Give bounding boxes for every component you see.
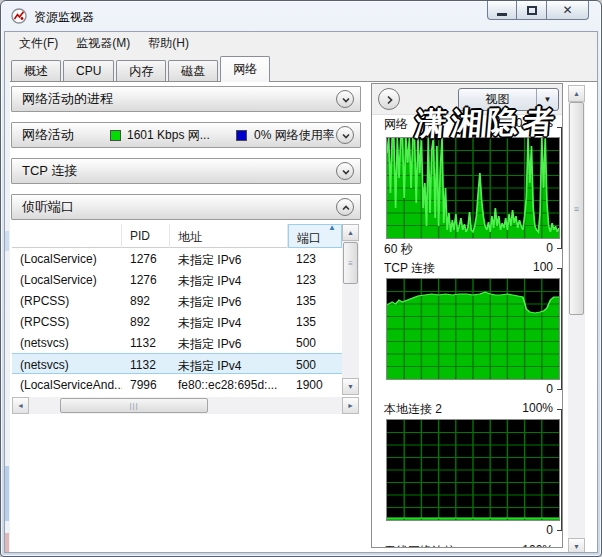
scroll-up-arrow-icon[interactable]: ▲ [342,224,359,241]
menu-bar: 文件(F)监视器(M)帮助(H) [5,32,597,55]
table-cell: 1276 [122,248,170,269]
table-cell: 未指定 IPv4 [170,311,288,332]
graph-title: 本地连接 2 [384,401,442,418]
collapse-panel-chevron-right-icon[interactable] [378,88,400,110]
scroll-down-arrow-icon[interactable]: ▼ [342,378,359,395]
graph-title: 网络 [384,116,408,133]
table-cell: (LocalService) [12,248,122,269]
scroll-left-arrow-icon[interactable]: ◄ [12,397,29,414]
scroll-right-arrow-icon[interactable]: ► [342,397,359,414]
close-icon: ✕ [562,3,572,17]
maximize-button[interactable] [517,1,546,20]
table-cell: 未指定 IPv6 [170,332,288,353]
table-cell: (LocalService) [12,269,122,290]
table-cell: 7996 [122,374,170,395]
maximize-icon [527,6,537,15]
scale-bracket [557,268,562,390]
menu-item[interactable]: 监视器(M) [67,31,139,56]
table-cell: (LocalServiceAnd... [12,374,122,395]
table-cell: 未指定 IPv6 [170,290,288,311]
table-row[interactable]: (RPCSS)892未指定 IPv6135 [12,290,342,311]
legend-label-traffic: 1601 Kbps 网... [127,123,210,148]
collapse-chevron-up-icon[interactable] [336,198,354,216]
table-row[interactable]: (netsvcs)1132未指定 IPv6500 [12,332,342,353]
tab-strip: 概述CPU内存磁盘网络 [5,55,597,81]
table-cell: (netsvcs) [12,332,122,353]
graph-scale-min: 0 [546,523,553,537]
column-header-PID[interactable]: PID [122,224,170,248]
legend-label-utilization: 0% 网络使用率 [254,123,335,148]
ports-table-header: PID地址端口▲ [12,224,342,248]
section-tcp-connections[interactable]: TCP 连接 [11,158,361,184]
section-listening-ports[interactable]: 侦听端口 [11,194,361,220]
table-cell: 135 [288,290,342,311]
column-header-端口[interactable]: 端口▲ [288,224,342,248]
table-cell: 未指定 IPv4 [170,269,288,290]
window-title: 资源监视器 [34,9,94,26]
table-cell: 1132 [122,332,170,353]
scroll-up-arrow-icon[interactable]: ▲ [568,85,585,102]
table-cell: 892 [122,311,170,332]
scrollbar-thumb[interactable]: ≡ [343,242,358,284]
section-title: 侦听端口 [22,195,74,219]
table-row[interactable]: (LocalService)1276未指定 IPv6123 [12,248,342,269]
panel-vertical-scrollbar[interactable]: ▲ ≡ ▼ [568,85,585,553]
tab-网络[interactable]: 网络 [220,56,270,82]
table-row[interactable]: (RPCSS)892未指定 IPv4135 [12,311,342,332]
scrollbar-thumb[interactable]: ≡ [569,102,584,315]
graphs-panel: 视图 ▼ 网络10 Kbps60 秒0TCP 连接1000本地连接 2100%0… [371,83,563,548]
graph-scale-max: 100 [533,260,553,274]
table-cell: 未指定 IPv4 [170,354,288,373]
menu-item[interactable]: 文件(F) [10,31,67,56]
table-row[interactable]: (LocalServiceAnd...7996fe80::ec28:695d:.… [12,374,342,395]
section-title: 网络活动的进程 [22,87,113,111]
table-cell: 123 [288,248,342,269]
table-horizontal-scrollbar[interactable]: ◄ ||| ► [12,397,359,414]
table-cell: 500 [288,332,342,353]
expand-chevron-down-icon[interactable] [336,90,354,108]
tab-内存[interactable]: 内存 [116,60,166,81]
title-bar: 资源监视器 ✕ [1,1,601,31]
section-network-activity[interactable]: 网络活动 1601 Kbps 网... 0% 网络使用率 [11,122,361,148]
section-title: 网络活动 [22,123,74,147]
graph-title: TCP 连接 [384,260,435,277]
graph-scale-max: 100% [522,543,553,548]
glass-reflection [5,533,9,553]
minimize-button[interactable] [487,1,517,20]
column-header-地址[interactable]: 地址 [170,224,288,248]
graph-scale-min: 0 [546,241,553,255]
tab-磁盘[interactable]: 磁盘 [168,60,218,81]
scroll-down-arrow-icon[interactable]: ▼ [568,538,585,553]
table-cell: 500 [288,354,342,373]
close-button[interactable]: ✕ [546,1,589,20]
scrollbar-thumb[interactable]: ||| [60,398,208,413]
sort-ascending-arrow-icon: ▲ [328,223,336,232]
table-vertical-scrollbar[interactable]: ▲ ≡ ▼ [342,224,359,395]
table-cell: (netsvcs) [12,354,122,373]
legend-swatch-utilization [236,130,247,141]
table-row[interactable]: (netsvcs)1132未指定 IPv4500 [12,353,342,374]
app-icon [11,8,27,24]
graph-scale-max: 100% [522,401,553,415]
expand-chevron-down-icon[interactable] [336,162,354,180]
glass-reflection [5,466,9,521]
column-header[interactable] [12,224,122,248]
tab-概述[interactable]: 概述 [11,60,61,81]
section-title: TCP 连接 [22,159,77,183]
ports-table-body: (LocalService)1276未指定 IPv6123(LocalServi… [12,248,342,395]
tab-CPU[interactable]: CPU [63,60,114,81]
resource-monitor-window: 资源监视器 ✕ 文件(F)监视器(M)帮助(H) 概述CPU内存磁盘网络 网络活… [0,0,602,557]
section-network-processes[interactable]: 网络活动的进程 [11,86,361,112]
table-cell: fe80::ec28:695d:... [170,374,288,395]
legend-swatch-traffic [110,130,121,141]
table-row[interactable]: (LocalService)1276未指定 IPv4123 [12,269,342,290]
graph-canvas-3 [386,419,560,521]
graph-canvas-1 [386,137,560,239]
graph-title: 无线网络连接 [384,543,456,548]
graph-x-label: 60 秒 [384,241,413,258]
graph-scale-min: 0 [546,382,553,396]
expand-chevron-down-icon[interactable] [336,126,354,144]
graph-canvas-2 [386,278,560,380]
menu-item[interactable]: 帮助(H) [139,31,198,56]
table-cell: 未指定 IPv6 [170,248,288,269]
